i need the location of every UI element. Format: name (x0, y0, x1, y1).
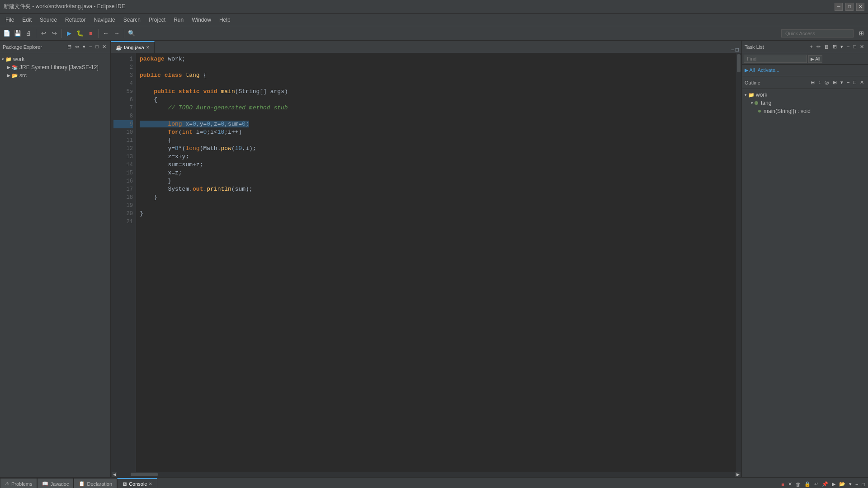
outline-icons: ⊟ ↕ ◎ ⊞ ▾ − □ ✕ (809, 79, 865, 86)
line-num-2: 2 (113, 63, 133, 71)
menu-edit[interactable]: Edit (19, 15, 35, 25)
perspective-button[interactable]: ⊞ (856, 28, 866, 38)
outline-min-icon[interactable]: − (845, 79, 851, 86)
scrollbar-h-thumb[interactable] (131, 473, 158, 476)
console-stop-icon[interactable]: ■ (780, 481, 786, 488)
redo-button[interactable]: ↪ (49, 28, 59, 38)
panel-maximize-icon[interactable]: □ (94, 43, 100, 50)
console-min-icon[interactable]: − (854, 481, 859, 488)
menu-navigate[interactable]: Navigate (90, 15, 118, 25)
menu-file[interactable]: File (2, 15, 18, 25)
console-menu-icon[interactable]: ▾ (848, 481, 853, 488)
line-num-5: 5⊙ (113, 88, 133, 96)
work-project-icon: 📁 (5, 56, 12, 62)
tree-item-jre[interactable]: ▶ 📚 JRE System Library [JavaSE-12] (0, 63, 110, 71)
tab-console[interactable]: 🖥 Console ✕ (117, 478, 157, 488)
tab-tang-java[interactable]: ☕ tang.java ✕ (111, 41, 155, 53)
filter-all-link[interactable]: ▶ All (745, 67, 755, 73)
outline-tree: ▾ 📁 work ▾ tang main(String[]) : void (742, 89, 868, 477)
outline-item-tang[interactable]: ▾ tang (742, 99, 868, 107)
minimize-button[interactable]: ─ (835, 3, 843, 11)
task-new-icon[interactable]: + (808, 43, 814, 50)
print-button[interactable]: 🖨 (24, 28, 33, 38)
outline-work-label: work (756, 92, 767, 98)
panel-close-icon[interactable]: ✕ (101, 43, 108, 50)
task-filter-icon[interactable]: ⊞ (831, 43, 838, 50)
scrollbar-thumb[interactable] (737, 54, 741, 72)
search-button[interactable]: 🔍 (127, 28, 137, 38)
title-bar: 新建文件夹 - work/src/work/tang.java - Eclips… (0, 0, 868, 14)
menu-window[interactable]: Window (188, 15, 215, 25)
menu-help[interactable]: Help (216, 15, 234, 25)
save-button[interactable]: 💾 (13, 28, 23, 38)
scroll-right-btn[interactable]: ▶ (735, 472, 741, 477)
filter-all-btn[interactable]: ▶ All (808, 55, 822, 63)
close-button[interactable]: ✕ (856, 3, 864, 11)
console-word-wrap-icon[interactable]: ↵ (813, 481, 820, 488)
editor-maximize-icon[interactable]: □ (736, 47, 739, 53)
menu-run[interactable]: Run (170, 15, 187, 25)
jre-library-label: JRE System Library [JavaSE-12] (19, 64, 99, 70)
task-close-icon[interactable]: ✕ (859, 43, 865, 50)
line-num-14: 14 (113, 161, 133, 169)
outline-menu-icon[interactable]: ▾ (839, 79, 844, 86)
tab-declaration[interactable]: 📋 Declaration (74, 478, 117, 488)
maximize-button[interactable]: □ (845, 3, 854, 11)
task-max-icon[interactable]: □ (852, 43, 858, 50)
outline-tang-label: tang (761, 100, 771, 106)
find-input[interactable] (744, 55, 807, 63)
outline-collapse-icon[interactable]: ⊟ (809, 79, 816, 86)
console-scroll-lock-icon[interactable]: 🔒 (803, 481, 812, 488)
console-max-icon[interactable]: □ (860, 481, 866, 488)
console-remove-icon[interactable]: ✕ (787, 481, 793, 488)
task-delete-icon[interactable]: 🗑 (823, 43, 830, 50)
new-button[interactable]: 📄 (2, 28, 12, 38)
outline-item-main[interactable]: main(String[]) : void (742, 107, 868, 115)
menu-source[interactable]: Source (36, 15, 61, 25)
menu-search[interactable]: Search (120, 15, 144, 25)
editor-scrollbar-horizontal[interactable]: ◀ ▶ (111, 472, 741, 477)
console-open-file-icon[interactable]: 📂 (838, 481, 847, 488)
next-button[interactable]: → (112, 28, 122, 38)
editor-scrollbar[interactable] (736, 53, 741, 472)
quick-access-input[interactable] (781, 29, 854, 38)
debug-button[interactable]: 🐛 (75, 28, 85, 38)
editor-minimize-icon[interactable]: − (731, 47, 734, 53)
tab-javadoc[interactable]: 📖 Javadoc (37, 478, 74, 488)
outline-close-icon[interactable]: ✕ (859, 79, 865, 86)
run-button[interactable]: ▶ (64, 28, 74, 38)
task-min-icon[interactable]: − (845, 43, 851, 50)
task-edit-icon[interactable]: ✏ (815, 43, 822, 50)
link-with-editor-icon[interactable]: ⇔ (74, 43, 80, 50)
outline-hide-icon[interactable]: ◎ (823, 79, 830, 86)
collapse-all-icon[interactable]: ⊟ (66, 43, 73, 50)
console-next-icon[interactable]: ▶ (830, 481, 837, 488)
outline-title: Outline (745, 80, 760, 85)
scroll-left-btn[interactable]: ◀ (112, 472, 117, 477)
window-controls[interactable]: ─ □ ✕ (835, 3, 864, 11)
activate-link[interactable]: Activate... (758, 67, 779, 73)
bottom-toolbar: ■ ✕ 🗑 🔒 ↵ 📌 ▶ 📂 ▾ − □ (778, 480, 868, 488)
menu-project[interactable]: Project (145, 15, 169, 25)
outline-sort-icon[interactable]: ↕ (817, 79, 822, 86)
console-tab-close[interactable]: ✕ (149, 482, 152, 486)
panel-minimize-icon[interactable]: − (88, 43, 93, 50)
task-collapse-icon[interactable]: ▾ (839, 43, 844, 50)
toolbar-sep-3 (98, 29, 99, 38)
undo-button[interactable]: ↩ (38, 28, 48, 38)
tab-problems[interactable]: ⚠ Problems (0, 478, 37, 488)
tree-item-work[interactable]: ▾ 📁 work (0, 55, 110, 63)
outline-item-work[interactable]: ▾ 📁 work (742, 91, 868, 99)
console-pin-icon[interactable]: 📌 (821, 481, 830, 488)
panel-menu-icon[interactable]: ▾ (81, 43, 87, 50)
outline-max-icon[interactable]: □ (852, 79, 858, 86)
console-clear-icon[interactable]: 🗑 (794, 481, 802, 488)
stop-button[interactable]: ■ (86, 28, 96, 38)
tab-spacer (155, 41, 728, 53)
outline-filter-icon[interactable]: ⊞ (831, 79, 838, 86)
code-editor[interactable]: package work; public class tang { public… (136, 53, 736, 472)
tab-close-btn[interactable]: ✕ (146, 45, 150, 50)
tree-item-src[interactable]: ▶ 📂 src (0, 71, 110, 80)
prev-button[interactable]: ← (101, 28, 111, 38)
menu-refactor[interactable]: Refactor (61, 15, 89, 25)
